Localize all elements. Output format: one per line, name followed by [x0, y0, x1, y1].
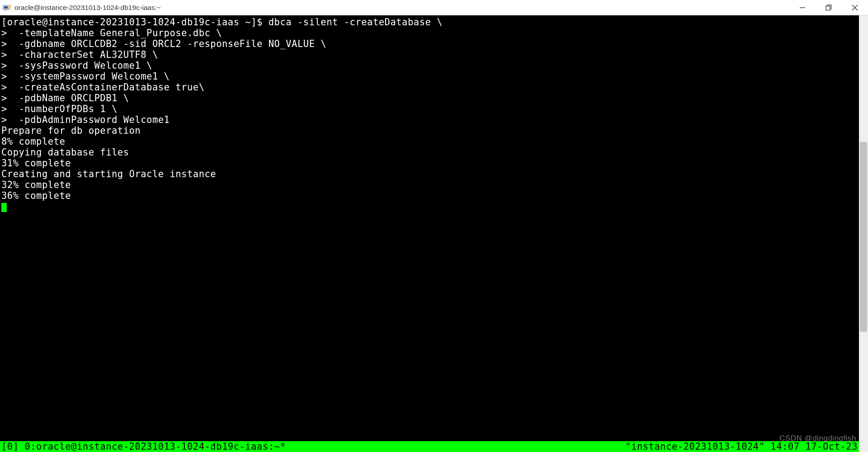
- scrollbar[interactable]: [859, 15, 868, 452]
- minimize-icon: [799, 5, 806, 11]
- svg-rect-4: [826, 6, 830, 10]
- close-icon: [851, 4, 859, 11]
- maximize-icon: [826, 5, 832, 11]
- tmux-status-right: "instance-20231013-1024" 14:07 17-Oct-23: [625, 441, 859, 452]
- terminal-cursor: [1, 203, 7, 212]
- window-title: oracle@instance-20231013-1024-db19c-iaas…: [14, 4, 161, 12]
- terminal[interactable]: [oracle@instance-20231013-1024-db19c-iaa…: [0, 15, 859, 444]
- close-button[interactable]: [842, 0, 868, 15]
- maximize-button[interactable]: [816, 0, 842, 15]
- minimize-button[interactable]: [789, 0, 816, 15]
- tmux-status-left: [0] 0:oracle@instance-20231013-1024-db19…: [0, 441, 286, 452]
- window-titlebar: oracle@instance-20231013-1024-db19c-iaas…: [0, 0, 868, 15]
- putty-icon: [3, 4, 11, 12]
- tmux-status-bar: [0] 0:oracle@instance-20231013-1024-db19…: [0, 441, 859, 452]
- window-controls: [789, 0, 868, 15]
- scrollbar-thumb[interactable]: [860, 142, 867, 332]
- svg-rect-1: [4, 6, 8, 9]
- window-title-area: oracle@instance-20231013-1024-db19c-iaas…: [3, 4, 161, 12]
- terminal-container: [oracle@instance-20231013-1024-db19c-iaa…: [0, 15, 868, 452]
